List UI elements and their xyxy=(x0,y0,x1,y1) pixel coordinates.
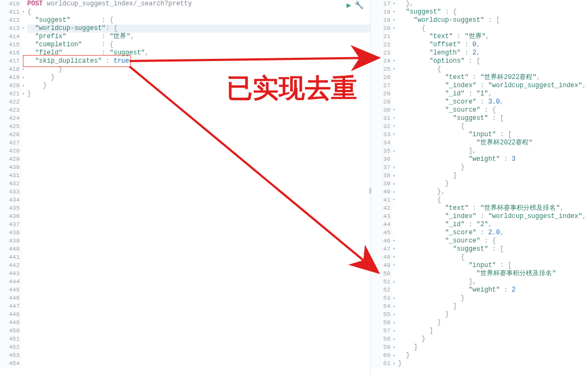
code-line[interactable] xyxy=(27,302,370,311)
code-line[interactable]: "input" : [ xyxy=(398,131,588,139)
code-line[interactable]: ] xyxy=(398,327,588,335)
code-line[interactable]: "suggest" : { xyxy=(27,16,370,25)
code-line[interactable] xyxy=(27,221,370,229)
code-line[interactable] xyxy=(27,229,370,237)
code-line[interactable]: "offset" : 0, xyxy=(398,41,588,49)
code-line[interactable]: "weight" : 2 xyxy=(398,286,588,294)
code-line[interactable] xyxy=(27,351,370,360)
code-line[interactable]: ] xyxy=(398,302,588,311)
code-line[interactable]: ], xyxy=(398,147,588,155)
code-line[interactable]: } xyxy=(398,163,588,172)
line-gutter-left: 4104114124134144154164174184194204214224… xyxy=(0,0,22,368)
code-line[interactable]: } xyxy=(398,351,588,360)
request-editor[interactable]: 4104114124134144154164174184194204214224… xyxy=(0,0,371,376)
code-line[interactable]: "field" : "suggest", xyxy=(27,49,370,57)
code-line[interactable]: ] xyxy=(398,343,588,351)
fold-column-left[interactable]: ▾▾▴▴▴▴ xyxy=(20,0,27,368)
code-line[interactable]: } xyxy=(398,294,588,302)
code-line[interactable]: "worldcup-suggest": { xyxy=(27,25,370,33)
code-line[interactable] xyxy=(27,204,370,213)
code-line[interactable]: "text" : "世界杯2022赛程", xyxy=(398,74,588,82)
code-line[interactable]: "prefix" : "世界", xyxy=(27,33,370,41)
code-line[interactable] xyxy=(27,237,370,245)
code-line[interactable]: "_score" : 3.0, xyxy=(398,98,588,106)
code-line[interactable] xyxy=(27,335,370,343)
code-line[interactable]: "worldcup-suggest" : [ xyxy=(398,16,588,25)
code-line[interactable]: { xyxy=(398,65,588,74)
code-line[interactable]: "input" : [ xyxy=(398,262,588,270)
code-line[interactable] xyxy=(27,196,370,204)
code-line[interactable] xyxy=(27,286,370,294)
code-area-right[interactable]: }, "suggest" : { "worldcup-suggest" : [ … xyxy=(398,0,588,368)
code-line[interactable]: } xyxy=(398,311,588,319)
code-line[interactable]: "length" : 2, xyxy=(398,49,588,57)
code-line[interactable]: "text" : "世界杯赛事积分榜及排名", xyxy=(398,204,588,213)
code-line[interactable] xyxy=(27,98,370,106)
code-line[interactable]: "skip_duplicates" : true xyxy=(27,57,370,65)
code-line[interactable] xyxy=(27,311,370,319)
code-line[interactable]: }, xyxy=(398,0,588,8)
code-line[interactable]: "text" : "世界", xyxy=(398,33,588,41)
code-line[interactable]: "世界杯2022赛程" xyxy=(398,139,588,147)
code-line[interactable] xyxy=(27,270,370,278)
code-line[interactable] xyxy=(27,343,370,351)
code-line[interactable]: "_source" : { xyxy=(398,106,588,114)
code-line[interactable]: { xyxy=(398,25,588,33)
code-line[interactable]: } xyxy=(27,82,370,90)
code-line[interactable]: } xyxy=(398,335,588,343)
code-line[interactable]: { xyxy=(398,196,588,204)
code-line[interactable]: POST worldcup_suggest_index/_search?pret… xyxy=(27,0,370,8)
code-line[interactable] xyxy=(27,114,370,123)
code-line[interactable]: } xyxy=(398,319,588,327)
code-line[interactable]: "_index" : "worldcup_suggest_index", xyxy=(398,213,588,221)
code-line[interactable]: ] xyxy=(398,172,588,180)
code-line[interactable]: "_score" : 2.0, xyxy=(398,229,588,237)
code-line[interactable] xyxy=(27,139,370,147)
fold-column-right[interactable]: ▾▾▾▾▾▾▾▾▾▾▴▴▴▴▴▾▾▾▾▾▴▴▴▴▴▴▴▴▴▴ xyxy=(390,0,398,368)
code-line[interactable]: } xyxy=(27,65,370,74)
code-line[interactable]: "_id" : "2", xyxy=(398,221,588,229)
code-line[interactable]: "weight" : 3 xyxy=(398,155,588,163)
code-line[interactable]: "suggest" : { xyxy=(398,8,588,16)
code-line[interactable] xyxy=(27,155,370,163)
code-line[interactable]: "suggest" : [ xyxy=(398,245,588,253)
code-line[interactable] xyxy=(27,106,370,114)
code-line[interactable]: "_index" : "worldcup_suggest_index", xyxy=(398,82,588,90)
code-line[interactable]: }, xyxy=(398,188,588,196)
run-icon[interactable]: ▶ xyxy=(347,1,351,10)
code-line[interactable] xyxy=(27,172,370,180)
code-line[interactable] xyxy=(27,180,370,188)
wrench-icon[interactable]: 🔧 xyxy=(354,1,364,10)
code-line[interactable] xyxy=(27,294,370,302)
code-line[interactable] xyxy=(27,163,370,172)
code-line[interactable]: ], xyxy=(398,278,588,286)
code-line[interactable] xyxy=(27,123,370,131)
splitter-handle[interactable]: ‖ xyxy=(368,185,372,196)
code-line[interactable] xyxy=(27,245,370,253)
code-line[interactable]: "suggest" : [ xyxy=(398,114,588,123)
code-line[interactable]: "世界杯赛事积分榜及排名" xyxy=(398,270,588,278)
code-line[interactable]: "_id" : "1", xyxy=(398,90,588,98)
code-line[interactable]: "completion" : { xyxy=(27,41,370,49)
code-line[interactable]: } xyxy=(27,74,370,82)
code-line[interactable] xyxy=(27,262,370,270)
code-line[interactable]: { xyxy=(398,253,588,262)
code-area-left[interactable]: POST worldcup_suggest_index/_search?pret… xyxy=(27,0,370,368)
code-line[interactable]: } xyxy=(27,90,370,98)
code-line[interactable] xyxy=(27,278,370,286)
code-line[interactable] xyxy=(27,188,370,196)
code-line[interactable]: } xyxy=(398,360,588,368)
code-line[interactable] xyxy=(27,327,370,335)
code-line[interactable] xyxy=(27,319,370,327)
code-line[interactable] xyxy=(27,213,370,221)
code-line[interactable]: { xyxy=(27,8,370,16)
response-viewer[interactable]: 1718192021222324252627282930313233343536… xyxy=(371,0,588,376)
code-line[interactable]: { xyxy=(398,123,588,131)
code-line[interactable] xyxy=(27,131,370,139)
code-line[interactable] xyxy=(27,360,370,368)
code-line[interactable] xyxy=(27,147,370,155)
code-line[interactable]: "options" : [ xyxy=(398,57,588,65)
code-line[interactable] xyxy=(27,253,370,262)
code-line[interactable]: "_source" : { xyxy=(398,237,588,245)
code-line[interactable]: } xyxy=(398,180,588,188)
